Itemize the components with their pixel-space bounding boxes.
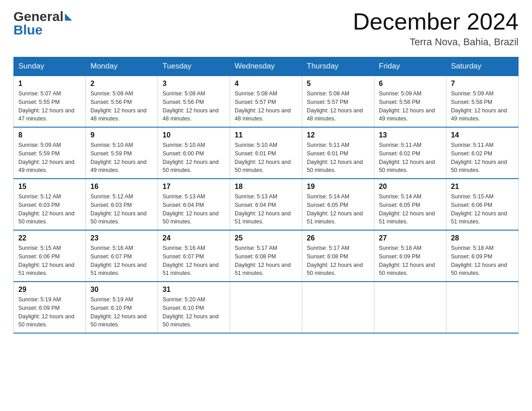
- calendar-cell: 16 Sunrise: 5:12 AM Sunset: 6:03 PM Dayl…: [86, 179, 158, 230]
- sunrise-label: Sunrise: 5:08 AM: [307, 90, 349, 97]
- sunset-label: Sunset: 5:57 PM: [307, 99, 348, 105]
- day-info: Sunrise: 5:10 AM Sunset: 6:01 PM Dayligh…: [235, 141, 297, 175]
- day-info: Sunrise: 5:16 AM Sunset: 6:07 PM Dayligh…: [90, 244, 153, 278]
- column-header-wednesday: Wednesday: [230, 57, 302, 76]
- day-number: 18: [235, 183, 297, 191]
- calendar-cell: [446, 282, 519, 333]
- logo-arrow-icon: [65, 13, 72, 21]
- sunset-label: Sunset: 6:09 PM: [18, 305, 60, 311]
- daylight-label: Daylight: 12 hours and 50 minutes.: [18, 210, 74, 225]
- sunrise-label: Sunrise: 5:15 AM: [451, 193, 493, 200]
- day-number: 12: [307, 131, 369, 139]
- calendar-cell: 28 Sunrise: 5:18 AM Sunset: 6:09 PM Dayl…: [446, 230, 519, 282]
- day-info: Sunrise: 5:08 AM Sunset: 5:56 PM Dayligh…: [163, 90, 225, 123]
- sunset-label: Sunset: 6:09 PM: [379, 253, 420, 260]
- sunrise-label: Sunrise: 5:08 AM: [90, 90, 133, 97]
- sunrise-label: Sunrise: 5:13 AM: [163, 193, 205, 200]
- sunrise-label: Sunrise: 5:09 AM: [18, 142, 61, 148]
- calendar-cell: 24 Sunrise: 5:16 AM Sunset: 6:07 PM Dayl…: [158, 230, 230, 282]
- calendar-cell: 15 Sunrise: 5:12 AM Sunset: 6:03 PM Dayl…: [14, 179, 86, 230]
- sunset-label: Sunset: 5:59 PM: [90, 150, 132, 157]
- daylight-label: Daylight: 12 hours and 50 minutes.: [90, 313, 146, 328]
- daylight-label: Daylight: 12 hours and 51 minutes.: [379, 210, 435, 225]
- sunset-label: Sunset: 5:58 PM: [379, 99, 420, 105]
- day-info: Sunrise: 5:14 AM Sunset: 6:05 PM Dayligh…: [307, 193, 369, 226]
- sunrise-label: Sunrise: 5:07 AM: [18, 90, 61, 97]
- location-subtitle: Terra Nova, Bahia, Brazil: [353, 36, 519, 48]
- daylight-label: Daylight: 12 hours and 50 minutes.: [451, 159, 507, 174]
- calendar-week-row: 29 Sunrise: 5:19 AM Sunset: 6:09 PM Dayl…: [14, 282, 519, 333]
- sunset-label: Sunset: 6:05 PM: [379, 202, 420, 208]
- calendar-cell: 11 Sunrise: 5:10 AM Sunset: 6:01 PM Dayl…: [230, 127, 302, 179]
- day-info: Sunrise: 5:11 AM Sunset: 6:02 PM Dayligh…: [451, 141, 514, 175]
- logo-line1: General: [13, 9, 72, 24]
- logo: General Blue: [13, 9, 72, 38]
- calendar-cell: 4 Sunrise: 5:08 AM Sunset: 5:57 PM Dayli…: [230, 76, 302, 127]
- day-number: 19: [307, 183, 369, 191]
- day-info: Sunrise: 5:09 AM Sunset: 5:58 PM Dayligh…: [451, 90, 514, 123]
- day-number: 22: [18, 234, 81, 242]
- sunrise-label: Sunrise: 5:12 AM: [90, 193, 133, 200]
- sunrise-label: Sunrise: 5:17 AM: [307, 245, 349, 251]
- day-info: Sunrise: 5:10 AM Sunset: 6:00 PM Dayligh…: [163, 141, 225, 175]
- calendar-cell: 19 Sunrise: 5:14 AM Sunset: 6:05 PM Dayl…: [302, 179, 374, 230]
- day-number: 26: [307, 234, 369, 242]
- sunset-label: Sunset: 6:09 PM: [451, 253, 492, 260]
- day-info: Sunrise: 5:08 AM Sunset: 5:56 PM Dayligh…: [90, 90, 153, 123]
- sunset-label: Sunset: 6:05 PM: [307, 202, 348, 208]
- sunrise-label: Sunrise: 5:11 AM: [451, 142, 493, 148]
- sunset-label: Sunset: 5:56 PM: [90, 99, 132, 105]
- daylight-label: Daylight: 12 hours and 50 minutes.: [235, 159, 291, 174]
- sunset-label: Sunset: 6:00 PM: [163, 150, 204, 157]
- day-info: Sunrise: 5:07 AM Sunset: 5:55 PM Dayligh…: [18, 90, 81, 123]
- sunset-label: Sunset: 5:59 PM: [18, 150, 60, 157]
- day-number: 6: [379, 80, 442, 88]
- day-info: Sunrise: 5:12 AM Sunset: 6:03 PM Dayligh…: [18, 193, 81, 226]
- sunset-label: Sunset: 6:10 PM: [163, 305, 204, 311]
- daylight-label: Daylight: 12 hours and 47 minutes.: [18, 107, 74, 122]
- sunrise-label: Sunrise: 5:11 AM: [307, 142, 349, 148]
- day-info: Sunrise: 5:17 AM Sunset: 6:08 PM Dayligh…: [307, 244, 369, 278]
- day-info: Sunrise: 5:16 AM Sunset: 6:07 PM Dayligh…: [163, 244, 225, 278]
- sunrise-label: Sunrise: 5:08 AM: [163, 90, 205, 97]
- calendar-week-row: 22 Sunrise: 5:15 AM Sunset: 6:06 PM Dayl…: [14, 230, 519, 282]
- calendar-cell: 25 Sunrise: 5:17 AM Sunset: 6:08 PM Dayl…: [230, 230, 302, 282]
- sunset-label: Sunset: 6:02 PM: [379, 150, 420, 157]
- sunset-label: Sunset: 5:58 PM: [451, 99, 492, 105]
- day-number: 5: [307, 80, 369, 88]
- day-number: 3: [163, 80, 225, 88]
- daylight-label: Daylight: 12 hours and 48 minutes.: [163, 107, 219, 122]
- day-number: 13: [379, 131, 442, 139]
- daylight-label: Daylight: 12 hours and 48 minutes.: [235, 107, 291, 122]
- sunrise-label: Sunrise: 5:16 AM: [163, 245, 205, 251]
- calendar-cell: 27 Sunrise: 5:18 AM Sunset: 6:09 PM Dayl…: [374, 230, 446, 282]
- day-number: 14: [451, 131, 514, 139]
- column-header-monday: Monday: [86, 57, 158, 76]
- sunrise-label: Sunrise: 5:09 AM: [379, 90, 421, 97]
- sunrise-label: Sunrise: 5:10 AM: [163, 142, 205, 148]
- day-info: Sunrise: 5:14 AM Sunset: 6:05 PM Dayligh…: [379, 193, 442, 226]
- sunset-label: Sunset: 5:57 PM: [235, 99, 276, 105]
- daylight-label: Daylight: 12 hours and 51 minutes.: [18, 262, 74, 277]
- sunrise-label: Sunrise: 5:10 AM: [90, 142, 133, 148]
- day-info: Sunrise: 5:20 AM Sunset: 6:10 PM Dayligh…: [163, 295, 225, 329]
- calendar-cell: 21 Sunrise: 5:15 AM Sunset: 6:06 PM Dayl…: [446, 179, 519, 230]
- day-number: 17: [163, 183, 225, 191]
- day-info: Sunrise: 5:13 AM Sunset: 6:04 PM Dayligh…: [235, 193, 297, 226]
- sunset-label: Sunset: 5:56 PM: [163, 99, 204, 105]
- sunrise-label: Sunrise: 5:13 AM: [235, 193, 277, 200]
- sunrise-label: Sunrise: 5:14 AM: [307, 193, 349, 200]
- sunrise-label: Sunrise: 5:18 AM: [379, 245, 421, 251]
- day-number: 16: [90, 183, 153, 191]
- daylight-label: Daylight: 12 hours and 50 minutes.: [163, 159, 219, 174]
- day-number: 23: [90, 234, 153, 242]
- day-number: 28: [451, 234, 514, 242]
- title-area: December 2024 Terra Nova, Bahia, Brazil: [353, 9, 519, 48]
- sunset-label: Sunset: 5:55 PM: [18, 99, 60, 105]
- day-info: Sunrise: 5:13 AM Sunset: 6:04 PM Dayligh…: [163, 193, 225, 226]
- sunset-label: Sunset: 6:03 PM: [18, 202, 60, 208]
- sunrise-label: Sunrise: 5:12 AM: [18, 193, 61, 200]
- day-info: Sunrise: 5:17 AM Sunset: 6:08 PM Dayligh…: [235, 244, 297, 278]
- day-number: 9: [90, 131, 153, 139]
- calendar-cell: 3 Sunrise: 5:08 AM Sunset: 5:56 PM Dayli…: [158, 76, 230, 127]
